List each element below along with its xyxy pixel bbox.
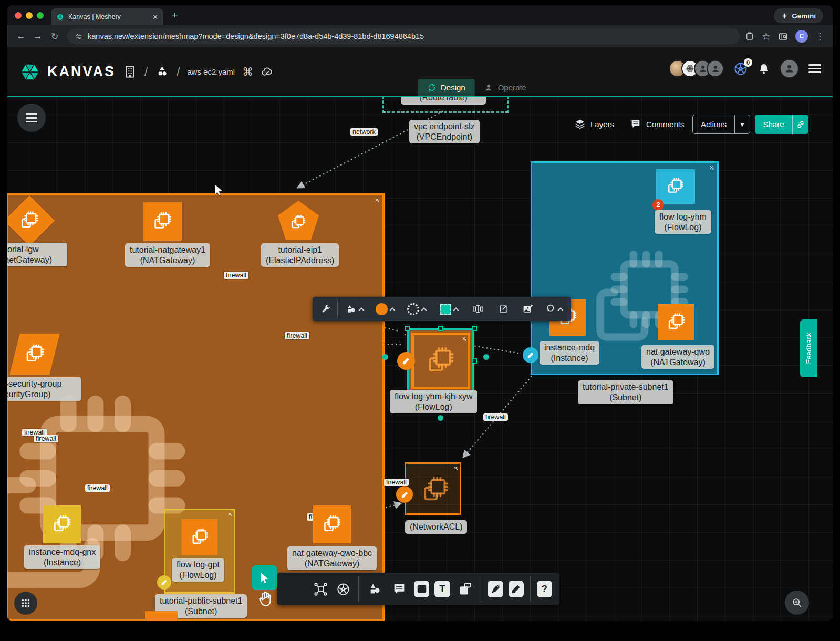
- resize-handle[interactable]: [438, 326, 443, 331]
- address-bar[interactable]: kanvas.new/extension/meshmap?mode=design…: [67, 28, 740, 44]
- maximize-window-button[interactable]: [37, 12, 44, 19]
- comment-tool-button[interactable]: [389, 582, 409, 596]
- node-label-instance-mdq[interactable]: instance-mdq (Instance): [540, 341, 599, 365]
- meshmap-components-button[interactable]: [312, 582, 329, 596]
- resize-handle[interactable]: [472, 326, 477, 331]
- forward-button[interactable]: →: [30, 31, 45, 42]
- close-tab-icon[interactable]: ✕: [152, 13, 158, 21]
- node-label-natgw-qwo[interactable]: nat gateway-qwo (NATGateway): [641, 345, 714, 369]
- shape-picker-button[interactable]: [340, 304, 369, 315]
- reload-button[interactable]: ↻: [47, 31, 62, 42]
- resize-handle[interactable]: [405, 326, 410, 331]
- tab-design[interactable]: Design: [418, 79, 475, 96]
- comments-button[interactable]: Comments: [630, 118, 685, 130]
- fill-color-button[interactable]: [370, 303, 400, 315]
- node-label-instance-gnx[interactable]: instance-mdq-gnx (Instance): [24, 545, 100, 569]
- node-network-acl[interactable]: ✕ₓ: [405, 462, 461, 515]
- share-button[interactable]: Share: [755, 120, 792, 129]
- collapse-handle-icon[interactable]: ✕ₓ: [375, 198, 379, 203]
- connection-dot[interactable]: [438, 415, 443, 421]
- kanvas-logo-icon[interactable]: [20, 62, 40, 82]
- actions-button[interactable]: Actions: [693, 120, 734, 129]
- notifications-bell-icon[interactable]: [758, 63, 770, 75]
- collaborator-avatar[interactable]: [707, 60, 724, 77]
- collapse-handle-icon[interactable]: ✕ₓ: [228, 512, 232, 517]
- connection-dot[interactable]: [483, 354, 489, 360]
- node-label-flowlog-selected[interactable]: flow log-yhm-kjh-xyw (FlowLog): [390, 390, 477, 413]
- help-button[interactable]: ?: [537, 581, 552, 597]
- configure-tool-button[interactable]: [317, 304, 335, 314]
- select-tool-button[interactable]: [252, 565, 277, 590]
- node-instance-gnx[interactable]: [43, 505, 81, 543]
- node-label-security-group[interactable]: tutorial-security-group (SecurityGroup): [7, 377, 81, 401]
- node-flowlog-selected[interactable]: ✕ₓ: [407, 328, 474, 394]
- open-in-new-button[interactable]: [492, 304, 515, 314]
- site-settings-icon[interactable]: [75, 33, 82, 40]
- design-file-name[interactable]: aws ec2.yaml: [187, 67, 235, 76]
- node-flowlog-gpt[interactable]: [182, 519, 217, 555]
- edit-badge[interactable]: [157, 575, 171, 590]
- organization-icon[interactable]: [123, 65, 137, 79]
- node-label-flowlog-gpt[interactable]: flow log-gpt (FlowLog): [172, 558, 224, 582]
- feedback-tab[interactable]: Feedback: [800, 319, 817, 377]
- node-label-routetable[interactable]: (RouteTable): [401, 97, 486, 105]
- back-button[interactable]: ←: [14, 31, 28, 42]
- node-label-natgw-bbc[interactable]: nat gateway-qwo-bbc (NATGateway): [287, 546, 377, 570]
- tab-operate[interactable]: Operate: [475, 79, 536, 96]
- browser-tab[interactable]: Kanvas | Meshery ✕: [51, 8, 163, 25]
- zoom-button[interactable]: [785, 591, 809, 615]
- minimize-window-button[interactable]: [26, 12, 33, 19]
- connection-dot[interactable]: [382, 354, 388, 360]
- bookmark-star-icon[interactable]: ☆: [762, 30, 771, 43]
- app-menu-icon[interactable]: [808, 64, 821, 73]
- node-label-eip1[interactable]: tutorial-eip1 (ElasticIPAddress): [261, 243, 339, 267]
- chrome-profile-avatar[interactable]: C: [795, 30, 808, 43]
- pen-tool-button[interactable]: [488, 581, 503, 597]
- pencil-tool-button[interactable]: [509, 581, 524, 597]
- collaborator-avatars[interactable]: [669, 60, 724, 77]
- canvas-menu-button[interactable]: [17, 104, 46, 132]
- node-label-network-acl[interactable]: (NetworkACL): [405, 520, 467, 534]
- pan-tool-button[interactable]: [257, 590, 274, 608]
- partial-node[interactable]: [145, 611, 178, 621]
- shapes-tool-button[interactable]: [365, 582, 385, 596]
- resize-handle[interactable]: [472, 358, 477, 364]
- collapse-handle-icon[interactable]: ✕ₓ: [710, 165, 713, 170]
- node-label-flowlog-yhm[interactable]: flow log-yhm (FlowLog): [655, 210, 711, 234]
- collapse-handle-icon[interactable]: ✕ₓ: [462, 336, 466, 342]
- design-canvas[interactable]: (RouteTable) vpc endpoint-slz (VPCEndpoi…: [7, 97, 833, 621]
- workspace-shapes-icon[interactable]: [155, 65, 169, 79]
- resize-text-button[interactable]: [466, 303, 490, 315]
- copy-link-icon[interactable]: [796, 120, 805, 129]
- node-flowlog-yhm[interactable]: [656, 169, 695, 204]
- user-profile-avatar[interactable]: [780, 59, 799, 78]
- add-image-button[interactable]: [516, 304, 540, 315]
- selection-color-button[interactable]: [433, 304, 465, 315]
- node-label-vpc-endpoint[interactable]: vpc endpoint-slz (VPCEndpoint): [409, 120, 480, 143]
- layers-button[interactable]: Layers: [574, 118, 614, 130]
- edit-badge[interactable]: [523, 347, 538, 363]
- node-label-igw[interactable]: tutorial-igw (InternetGateway): [7, 243, 67, 266]
- widgets-button[interactable]: [14, 592, 37, 615]
- save-icon[interactable]: [745, 32, 754, 41]
- notification-count-badge[interactable]: 2: [652, 199, 664, 211]
- collapse-handle-icon[interactable]: ✕ₓ: [454, 466, 458, 471]
- grouping-button[interactable]: [541, 303, 567, 315]
- node-label-private-subnet[interactable]: tutorial-private-subnet1 (Subnet): [578, 380, 673, 404]
- actions-dropdown-arrow[interactable]: ▼: [735, 121, 750, 128]
- text-tool-button[interactable]: T: [434, 581, 450, 597]
- close-window-button[interactable]: [15, 12, 22, 19]
- border-style-button[interactable]: [401, 303, 432, 315]
- node-label-natgateway1[interactable]: tutorial-natgateway1 (NATGateway): [125, 243, 210, 267]
- chrome-menu-icon[interactable]: ⋮: [815, 31, 824, 42]
- sticky-note-button[interactable]: [455, 582, 475, 596]
- new-tab-button[interactable]: +: [172, 9, 178, 21]
- node-natgw-qwo[interactable]: [658, 304, 694, 340]
- command-shortcut-icon[interactable]: ⌘: [242, 66, 253, 78]
- node-natgateway1[interactable]: [143, 202, 182, 241]
- edit-badge[interactable]: [397, 352, 415, 370]
- search-tabs-icon[interactable]: [778, 32, 788, 42]
- kubernetes-context[interactable]: 0: [733, 61, 748, 76]
- gemini-button[interactable]: Gemini: [774, 8, 823, 23]
- edit-badge[interactable]: [396, 486, 413, 503]
